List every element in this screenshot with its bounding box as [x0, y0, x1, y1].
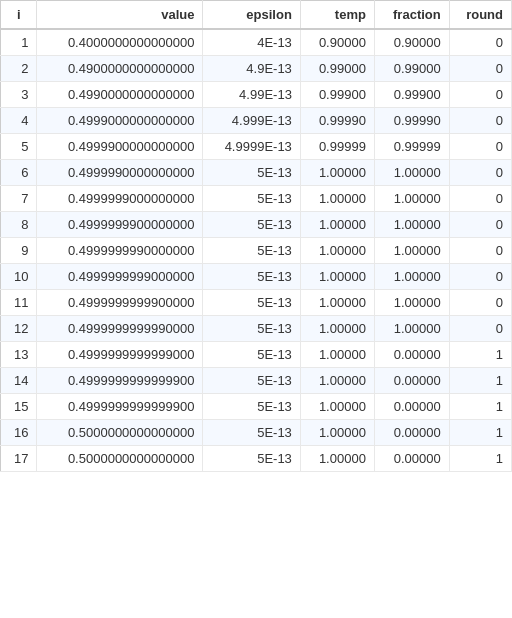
table-row: 150.49999999999999005E-131.000000.000001	[1, 394, 512, 420]
cell-round: 0	[449, 134, 511, 160]
cell-temp: 1.00000	[300, 394, 374, 420]
cell-i: 5	[1, 134, 37, 160]
cell-i: 12	[1, 316, 37, 342]
cell-temp: 0.99000	[300, 56, 374, 82]
cell-epsilon: 5E-13	[203, 160, 300, 186]
cell-fraction: 0.99999	[374, 134, 449, 160]
table-row: 30.49900000000000004.99E-130.999000.9990…	[1, 82, 512, 108]
cell-temp: 0.99999	[300, 134, 374, 160]
cell-round: 1	[449, 342, 511, 368]
cell-fraction: 0.99900	[374, 82, 449, 108]
cell-value: 0.4999999999000000	[37, 264, 203, 290]
cell-epsilon: 5E-13	[203, 238, 300, 264]
cell-value: 0.4999999999900000	[37, 290, 203, 316]
cell-epsilon: 4E-13	[203, 29, 300, 56]
cell-fraction: 0.99000	[374, 56, 449, 82]
cell-temp: 1.00000	[300, 264, 374, 290]
cell-temp: 1.00000	[300, 368, 374, 394]
cell-temp: 1.00000	[300, 212, 374, 238]
cell-epsilon: 5E-13	[203, 212, 300, 238]
cell-temp: 1.00000	[300, 238, 374, 264]
header-row: i value epsilon temp fraction round	[1, 1, 512, 30]
cell-epsilon: 5E-13	[203, 420, 300, 446]
table-row: 160.50000000000000005E-131.000000.000001	[1, 420, 512, 446]
cell-value: 0.4999999999999000	[37, 342, 203, 368]
cell-i: 1	[1, 29, 37, 56]
cell-i: 17	[1, 446, 37, 472]
table-row: 100.49999999990000005E-131.000001.000000	[1, 264, 512, 290]
cell-i: 3	[1, 82, 37, 108]
cell-i: 6	[1, 160, 37, 186]
col-header-fraction: fraction	[374, 1, 449, 30]
col-header-epsilon: epsilon	[203, 1, 300, 30]
cell-fraction: 1.00000	[374, 186, 449, 212]
table-row: 130.49999999999990005E-131.000000.000001	[1, 342, 512, 368]
cell-temp: 1.00000	[300, 342, 374, 368]
col-header-round: round	[449, 1, 511, 30]
cell-i: 11	[1, 290, 37, 316]
cell-round: 0	[449, 160, 511, 186]
cell-fraction: 0.00000	[374, 420, 449, 446]
cell-temp: 1.00000	[300, 290, 374, 316]
cell-round: 0	[449, 82, 511, 108]
cell-temp: 0.99900	[300, 82, 374, 108]
cell-epsilon: 5E-13	[203, 368, 300, 394]
cell-value: 0.4999999900000000	[37, 212, 203, 238]
cell-i: 14	[1, 368, 37, 394]
cell-fraction: 1.00000	[374, 212, 449, 238]
cell-temp: 1.00000	[300, 316, 374, 342]
cell-epsilon: 5E-13	[203, 316, 300, 342]
cell-value: 0.4999999999999900	[37, 394, 203, 420]
cell-value: 0.5000000000000000	[37, 446, 203, 472]
cell-epsilon: 4.999E-13	[203, 108, 300, 134]
cell-epsilon: 5E-13	[203, 394, 300, 420]
cell-round: 0	[449, 108, 511, 134]
cell-fraction: 1.00000	[374, 160, 449, 186]
cell-temp: 1.00000	[300, 420, 374, 446]
col-header-temp: temp	[300, 1, 374, 30]
cell-temp: 0.99990	[300, 108, 374, 134]
cell-round: 0	[449, 316, 511, 342]
cell-temp: 1.00000	[300, 446, 374, 472]
cell-i: 10	[1, 264, 37, 290]
col-header-value: value	[37, 1, 203, 30]
cell-epsilon: 5E-13	[203, 446, 300, 472]
table-row: 110.49999999999000005E-131.000001.000000	[1, 290, 512, 316]
cell-epsilon: 5E-13	[203, 290, 300, 316]
cell-round: 0	[449, 264, 511, 290]
table-body: 10.40000000000000004E-130.900000.9000002…	[1, 29, 512, 472]
cell-round: 1	[449, 420, 511, 446]
cell-fraction: 1.00000	[374, 316, 449, 342]
cell-round: 0	[449, 56, 511, 82]
cell-i: 4	[1, 108, 37, 134]
cell-temp: 1.00000	[300, 186, 374, 212]
table-row: 90.49999999900000005E-131.000001.000000	[1, 238, 512, 264]
cell-round: 1	[449, 368, 511, 394]
cell-fraction: 0.90000	[374, 29, 449, 56]
cell-i: 16	[1, 420, 37, 446]
cell-value: 0.4900000000000000	[37, 56, 203, 82]
cell-value: 0.4999000000000000	[37, 108, 203, 134]
cell-value: 0.4999900000000000	[37, 134, 203, 160]
cell-i: 2	[1, 56, 37, 82]
cell-fraction: 0.00000	[374, 368, 449, 394]
cell-epsilon: 5E-13	[203, 264, 300, 290]
table-row: 170.50000000000000005E-131.000000.000001	[1, 446, 512, 472]
cell-round: 0	[449, 186, 511, 212]
cell-i: 7	[1, 186, 37, 212]
cell-fraction: 0.99990	[374, 108, 449, 134]
cell-value: 0.4999999999999900	[37, 368, 203, 394]
cell-i: 13	[1, 342, 37, 368]
cell-round: 1	[449, 394, 511, 420]
cell-value: 0.4999999000000000	[37, 186, 203, 212]
table-row: 140.49999999999999005E-131.000000.000001	[1, 368, 512, 394]
table-row: 60.49999900000000005E-131.000001.000000	[1, 160, 512, 186]
cell-i: 15	[1, 394, 37, 420]
cell-epsilon: 4.99E-13	[203, 82, 300, 108]
cell-i: 8	[1, 212, 37, 238]
cell-epsilon: 5E-13	[203, 342, 300, 368]
table-row: 10.40000000000000004E-130.900000.900000	[1, 29, 512, 56]
cell-fraction: 1.00000	[374, 290, 449, 316]
col-header-i: i	[1, 1, 37, 30]
table-row: 40.49990000000000004.999E-130.999900.999…	[1, 108, 512, 134]
